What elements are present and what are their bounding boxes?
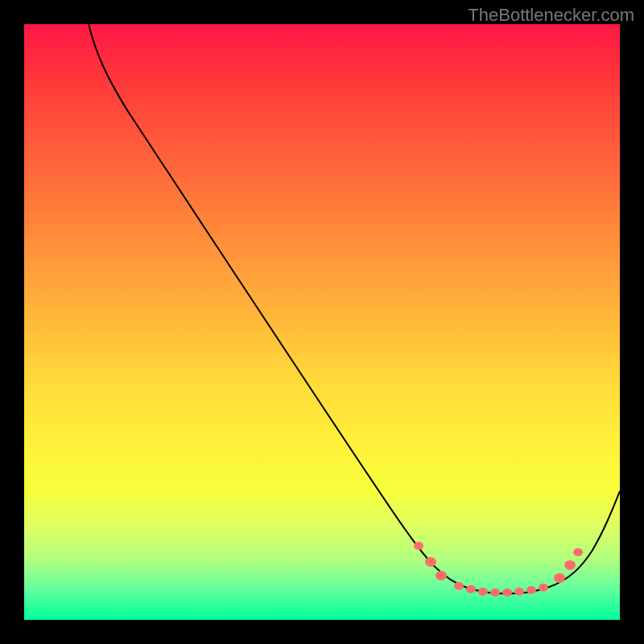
data-dot: [514, 588, 524, 596]
data-dot: [554, 573, 565, 583]
data-dot: [526, 586, 536, 594]
data-dot: [454, 582, 464, 590]
data-dot: [466, 585, 476, 593]
chart-svg: [24, 24, 620, 620]
data-dot: [564, 560, 576, 570]
data-dot: [436, 571, 447, 580]
data-dot: [425, 557, 436, 567]
data-dots-group: [414, 542, 583, 597]
data-dot: [539, 584, 548, 592]
bottleneck-curve: [89, 24, 620, 594]
data-dot: [502, 588, 512, 597]
data-dot: [573, 548, 583, 556]
watermark-text: TheBottleneсker.com: [468, 5, 634, 26]
data-dot: [478, 588, 488, 596]
data-dot: [490, 588, 500, 597]
data-dot: [414, 542, 423, 550]
